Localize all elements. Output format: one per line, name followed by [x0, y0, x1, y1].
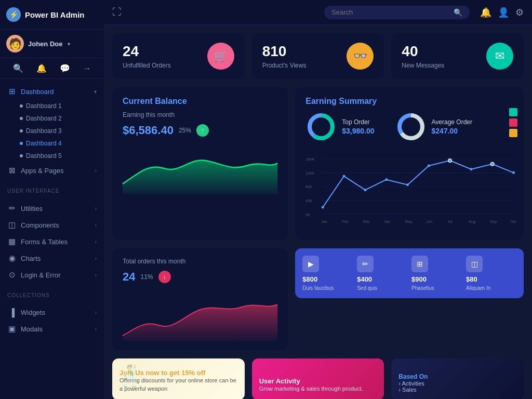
main-area: ⛶ 🔍 🔔 👤 ⚙ 24 Unfulfilled Orders 🛒 810 — [104, 0, 532, 399]
svg-text:Sep: Sep — [490, 219, 497, 224]
promo-pink-title: User Activity — [259, 377, 377, 385]
sidebar-item-dashboard[interactable]: ⊞ Dashboard ▾ — [0, 83, 104, 100]
earning-value: $6,586.40 — [123, 124, 174, 137]
search-box[interactable]: 🔍 — [324, 6, 470, 19]
widgets-label: Widgets — [21, 309, 91, 316]
svg-text:May: May — [405, 219, 413, 224]
charts-label: Charts — [21, 255, 91, 262]
chat-icon[interactable]: 💬 — [60, 63, 70, 73]
sidebar-item-apps-pages[interactable]: ⊠ Apps & Pages › — [0, 162, 104, 179]
sidebar-item-dashboard4[interactable]: Dashboard 4 — [0, 137, 104, 150]
small-card-label-2: Phasellus — [411, 285, 462, 291]
right-tab-green[interactable] — [509, 108, 517, 116]
current-balance-card: Current Balance Earning this month $6,58… — [112, 87, 288, 240]
bottom-row: Total orders this month 24 11% ↓ — [112, 248, 524, 350]
small-card-value-1: $400 — [357, 275, 407, 283]
dot-icon — [20, 117, 23, 120]
notification-icon[interactable]: 🔔 — [480, 7, 491, 18]
sidebar-item-dashboard2[interactable]: Dashboard 2 — [0, 112, 104, 125]
svg-text:Feb: Feb — [342, 219, 349, 224]
stat-icon-views: 👓 — [347, 43, 374, 70]
small-card-1: ✏ $400 Sed quis — [357, 256, 407, 291]
order-pct: 11% — [140, 273, 153, 281]
search-icon: 🔍 — [454, 8, 462, 17]
login-icon: ⊙ — [7, 270, 17, 280]
dashboard4-label: Dashboard 4 — [26, 140, 62, 147]
stat-icon-orders: 🛒 — [207, 43, 234, 70]
balance-chart — [123, 142, 277, 194]
sidebar-item-modals[interactable]: ▣ Modals › — [0, 321, 104, 337]
small-card-label-0: Duis faucibus — [302, 285, 353, 291]
small-card-label-3: Aliquam In — [466, 285, 516, 291]
order-amount-row: 24 11% ↓ — [123, 270, 277, 284]
stat-label-orders: Unfulfilled Orders — [123, 62, 171, 69]
avg-order-donut: Average Order $247.00 — [395, 111, 473, 142]
svg-text:120K: 120K — [305, 171, 314, 176]
stat-info-views: 810 Product's Views — [262, 43, 307, 69]
sidebar-item-utilities[interactable]: ✏ Utilities › — [0, 200, 104, 217]
top-order-donut: Top Order $3,980.00 — [305, 111, 374, 142]
logout-icon[interactable]: → — [83, 64, 91, 73]
app-title: Power BI Admin — [25, 10, 84, 19]
svg-point-19 — [385, 178, 388, 181]
apps-icon: ⊠ — [7, 166, 17, 175]
earning-line-chart: 160K 120K 80K 40K 0K — [305, 148, 513, 231]
top-order-value: $3,980.00 — [342, 127, 374, 135]
sidebar-item-dashboard5[interactable]: Dashboard 5 — [0, 150, 104, 162]
user-icon[interactable]: 👤 — [498, 7, 509, 18]
dashboard3-label: Dashboard 3 — [26, 127, 62, 135]
dashboard5-label: Dashboard 5 — [26, 152, 62, 159]
sidebar-item-dashboard1[interactable]: Dashboard 1 — [0, 100, 104, 112]
chevron-right-icon: › — [95, 310, 97, 315]
small-cards-col: ▶ $800 Duis faucibus ✏ $400 Sed quis ⊞ $… — [295, 248, 524, 350]
total-orders-card: Total orders this month 24 11% ↓ — [112, 248, 288, 350]
small-card-0: ▶ $800 Duis faucibus — [302, 256, 353, 291]
content-area: 24 Unfulfilled Orders 🛒 810 Product's Vi… — [104, 25, 532, 399]
settings-icon[interactable]: ⚙ — [515, 7, 524, 18]
stat-label-messages: New Messages — [402, 62, 444, 69]
user-name: Johen Doe — [28, 40, 62, 48]
promo-dark-link2[interactable]: › Sales — [398, 387, 516, 393]
sidebar-item-charts[interactable]: ◉ Charts › — [0, 250, 104, 267]
promo-dark-link1[interactable]: › Activities — [398, 380, 516, 387]
svg-point-18 — [364, 189, 367, 191]
chevron-right-icon: › — [95, 168, 97, 174]
dashboard2-label: Dashboard 2 — [26, 115, 62, 122]
sidebar-item-widgets[interactable]: ▐ Widgets › — [0, 304, 104, 321]
search-icon[interactable]: 🔍 — [13, 63, 23, 73]
nav-ui-section: ✏ Utilities › ◫ Components › ▦ Forms & T… — [0, 196, 104, 287]
small-card-icon-3: ◫ — [466, 256, 483, 272]
chevron-down-icon: ▾ — [94, 89, 97, 95]
small-card-3: ◫ $80 Aliquam In — [466, 256, 516, 291]
stat-number-views: 810 — [262, 43, 307, 60]
chevron-right-icon: › — [95, 239, 97, 245]
small-card-value-2: $900 — [411, 275, 462, 283]
small-card-value-0: $800 — [302, 275, 353, 283]
svg-point-24 — [491, 162, 495, 166]
small-card-icon-0: ▶ — [302, 256, 319, 272]
right-tab-red[interactable] — [509, 118, 517, 127]
sidebar-item-forms-tables[interactable]: ▦ Forms & Tables › — [0, 233, 104, 250]
stat-card-messages: 40 New Messages ✉ — [391, 33, 524, 79]
expand-icon[interactable]: ⛶ — [112, 7, 122, 18]
promo-card-dark: Based On › Activities › Sales — [391, 358, 524, 399]
svg-text:40K: 40K — [305, 198, 312, 203]
promo-row: 🕺 Join Us now to get 15% off Offering di… — [112, 358, 524, 399]
chevron-right-icon: › — [95, 256, 97, 261]
svg-text:Apr: Apr — [384, 219, 391, 224]
chevron-right-icon: › — [95, 326, 97, 332]
bell-icon[interactable]: 🔔 — [36, 63, 47, 73]
apps-label: Apps & Pages — [21, 167, 91, 175]
sidebar-item-login-error[interactable]: ⊙ Login & Error › — [0, 267, 104, 283]
user-profile[interactable]: 🧑 Johen Doe ▾ — [0, 30, 104, 58]
sidebar-item-components[interactable]: ◫ Components › — [0, 217, 104, 233]
stat-card-views: 810 Product's Views 👓 — [252, 33, 384, 79]
sidebar-item-dashboard3[interactable]: Dashboard 3 — [0, 125, 104, 137]
earning-amount-row: $6,586.40 25% ↑ — [123, 124, 277, 137]
right-tab-yellow[interactable] — [509, 129, 517, 137]
top-order-info: Top Order $3,980.00 — [342, 118, 374, 135]
orders-chart — [123, 289, 277, 341]
small-card-2: ⊞ $900 Phasellus — [411, 256, 462, 291]
svg-text:0K: 0K — [305, 212, 310, 217]
search-input[interactable] — [331, 8, 449, 16]
